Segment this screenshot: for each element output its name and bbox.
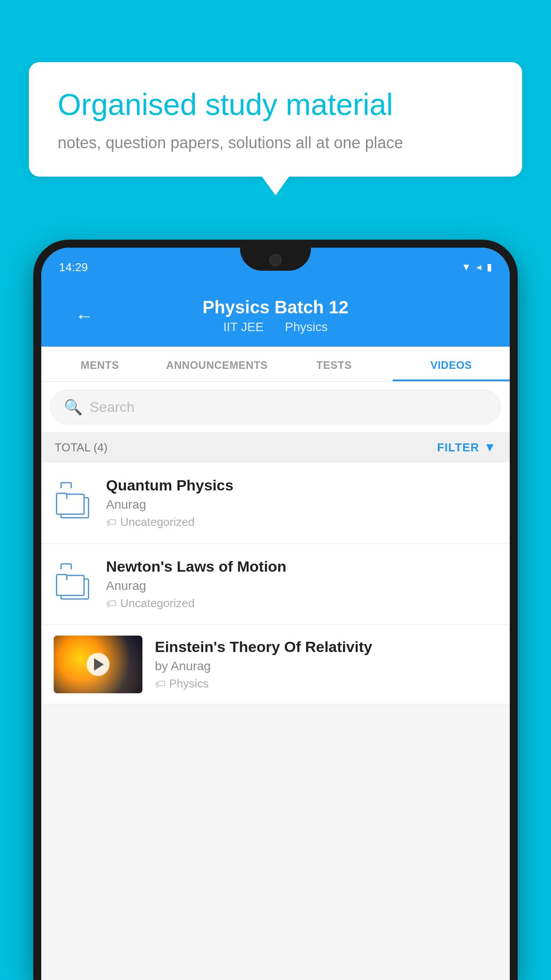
notch-cutout — [240, 248, 311, 271]
folder-tab-front — [56, 493, 67, 499]
phone-frame: 14:29 ▼ ◂ ▮ ← Physics Batch 12 IIT JEE — [33, 240, 518, 980]
video-title-einstein: Einstein's Theory Of Relativity — [155, 638, 497, 656]
speech-bubble-subtitle: notes, question papers, solutions all at… — [58, 134, 493, 152]
list-item[interactable]: Newton's Laws of Motion Anurag 🏷 Uncateg… — [41, 544, 510, 625]
double-folder-icon — [56, 487, 91, 518]
video-tag-einstein: 🏷 Physics — [155, 677, 497, 691]
wifi-icon: ▼ — [461, 261, 471, 273]
signal-icon: ◂ — [476, 261, 481, 273]
folder-icon-quantum — [54, 483, 94, 523]
header-subtitle-2: Physics — [285, 320, 327, 334]
status-icons: ▼ ◂ ▮ — [461, 261, 492, 273]
video-info-einstein: Einstein's Theory Of Relativity by Anura… — [155, 638, 497, 691]
play-button[interactable] — [87, 653, 110, 676]
video-thumbnail-einstein — [54, 636, 142, 693]
speech-bubble-container: Organised study material notes, question… — [29, 62, 522, 177]
double-folder-icon-2 — [56, 569, 91, 600]
item-tag-text-newton: Uncategorized — [120, 597, 195, 610]
play-icon — [94, 658, 104, 671]
phone-screen: 14:29 ▼ ◂ ▮ ← Physics Batch 12 IIT JEE — [41, 248, 510, 980]
item-info-newton: Newton's Laws of Motion Anurag 🏷 Uncateg… — [106, 558, 497, 610]
tag-icon-quantum: 🏷 — [106, 516, 117, 529]
folder-tab-back — [60, 482, 72, 488]
search-bar[interactable]: 🔍 Search — [50, 390, 501, 424]
tag-icon-newton: 🏷 — [106, 597, 117, 610]
header-subtitle: IIT JEE Physics — [202, 320, 348, 334]
item-author-quantum: Anurag — [106, 498, 497, 512]
speech-bubble: Organised study material notes, question… — [29, 62, 522, 177]
header-subtitle-1: IIT JEE — [223, 320, 264, 334]
filter-bar: TOTAL (4) FILTER ▼ — [41, 432, 510, 462]
tab-tests[interactable]: TESTS — [276, 347, 393, 381]
filter-icon: ▼ — [484, 440, 496, 454]
tabs-bar: MENTS ANNOUNCEMENTS TESTS VIDEOS — [41, 347, 510, 382]
folder-tab-back-2 — [60, 563, 72, 569]
speech-bubble-title: Organised study material — [58, 87, 493, 123]
tag-icon-einstein: 🏷 — [155, 678, 165, 690]
header-row: ← Physics Batch 12 IIT JEE Physics — [59, 297, 492, 334]
front-camera — [269, 254, 282, 266]
video-tag-text-einstein: Physics — [169, 677, 209, 691]
app-header: ← Physics Batch 12 IIT JEE Physics — [41, 287, 510, 347]
folder-icon-newton — [54, 564, 94, 604]
total-label: TOTAL (4) — [55, 441, 107, 454]
search-container: 🔍 Search — [41, 382, 510, 432]
search-placeholder: Search — [90, 399, 134, 415]
status-time: 14:29 — [59, 261, 88, 274]
tab-videos[interactable]: VIDEOS — [393, 347, 510, 381]
header-title: Physics Batch 12 — [202, 297, 348, 317]
tab-ments[interactable]: MENTS — [41, 347, 158, 381]
item-title-newton: Newton's Laws of Motion — [106, 558, 497, 575]
item-info-quantum: Quantum Physics Anurag 🏷 Uncategorized — [106, 477, 497, 529]
back-button[interactable]: ← — [75, 305, 94, 327]
list-item[interactable]: Quantum Physics Anurag 🏷 Uncategorized — [41, 462, 510, 544]
search-icon: 🔍 — [64, 398, 83, 416]
content-list: Quantum Physics Anurag 🏷 Uncategorized — [41, 462, 510, 704]
header-title-block: Physics Batch 12 IIT JEE Physics — [202, 297, 348, 334]
battery-icon: ▮ — [487, 261, 492, 273]
folder-tab-front-2 — [56, 574, 67, 580]
item-tag-newton: 🏷 Uncategorized — [106, 597, 497, 610]
video-author-einstein: by Anurag — [155, 659, 497, 673]
tab-announcements[interactable]: ANNOUNCEMENTS — [158, 347, 276, 381]
item-author-newton: Anurag — [106, 579, 497, 593]
item-tag-text-quantum: Uncategorized — [120, 515, 195, 529]
item-tag-quantum: 🏷 Uncategorized — [106, 515, 497, 529]
video-list-item[interactable]: Einstein's Theory Of Relativity by Anura… — [41, 625, 510, 704]
filter-button[interactable]: FILTER ▼ — [437, 440, 496, 454]
status-bar: 14:29 ▼ ◂ ▮ — [41, 248, 510, 287]
item-title-quantum: Quantum Physics — [106, 477, 497, 494]
filter-label: FILTER — [437, 441, 479, 454]
